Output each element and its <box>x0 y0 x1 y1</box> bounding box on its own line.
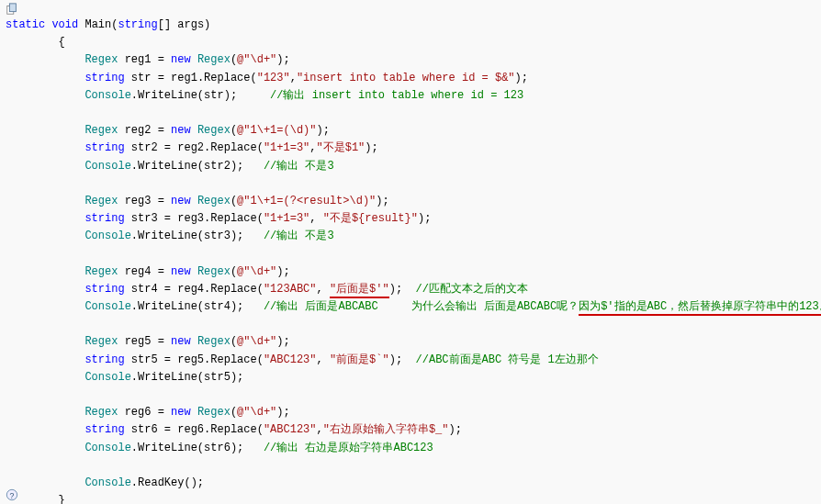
help-icon[interactable]: ? <box>6 488 18 501</box>
svg-text:?: ? <box>10 491 15 500</box>
underline-reason: 因为$'指的是ABC，然后替换掉原字符串中的123。 <box>579 300 821 316</box>
comment-out3: //输出 不是3 <box>264 230 334 242</box>
svg-rect-1 <box>9 4 16 12</box>
underline-after: "后面是$'" <box>330 283 389 298</box>
copy-icon[interactable] <box>6 3 18 16</box>
comment-after1: //匹配文本之后的文本 <box>416 283 528 296</box>
comment-before: //ABC前面是ABC 符号是 1左边那个 <box>416 353 599 366</box>
keyword-static: static <box>6 18 45 31</box>
comment-out2: //输出 不是3 <box>264 160 334 173</box>
comment-right: //输出 右边是原始字符串ABC123 <box>264 442 433 454</box>
method-main: Main <box>84 18 111 31</box>
code-snippet-container: static void Main(string[] args) { Regex … <box>0 0 821 504</box>
keyword-void: void <box>51 18 78 31</box>
code-block: static void Main(string[] args) { Regex … <box>6 4 821 504</box>
comment-out1: //输出 insert into table where id = 123 <box>270 89 523 102</box>
comment-after2a: //输出 后面是ABCABC 为什么会输出 后面是ABCABC呢？ <box>264 300 579 313</box>
